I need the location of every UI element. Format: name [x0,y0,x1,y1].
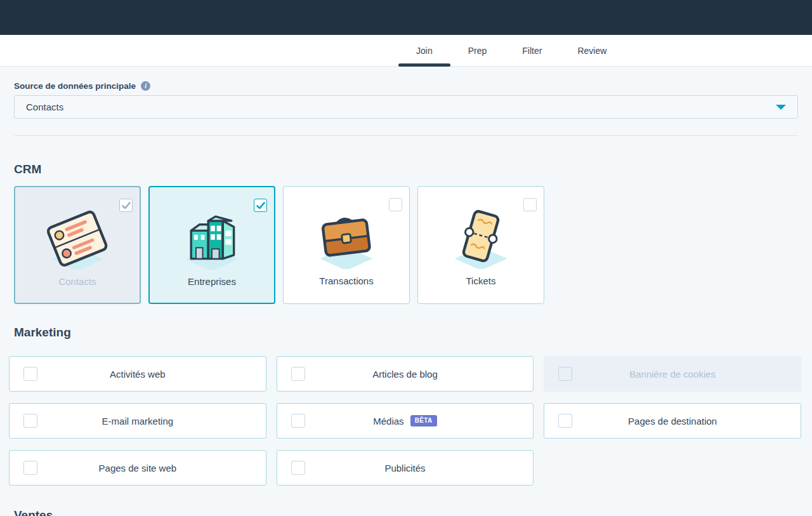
marketing-item-activites-web[interactable]: Activités web [9,356,266,392]
marketing-item-label: Articles de blog [372,369,438,380]
crm-card-entreprises[interactable]: Entreprises [148,186,275,304]
checkbox[interactable] [23,461,37,475]
marketing-item-label: E-mail marketing [102,416,174,427]
marketing-option-grid: Activités web Articles de blog Bannière … [9,356,801,486]
primary-source-label: Source de données principale [14,81,136,91]
marketing-item-articles-de-blog[interactable]: Articles de blog [277,356,534,392]
contacts-icon [41,202,114,272]
contacts-checkbox [119,199,133,212]
marketing-section-title: Marketing [14,326,798,340]
crm-card-transactions-label: Transactions [319,275,373,286]
tab-filter-label: Filter [522,46,542,56]
marketing-item-medias[interactable]: Médias BÊTA [277,403,534,439]
crm-card-tickets[interactable]: Tickets [417,186,544,304]
checkbox[interactable] [23,414,37,428]
checkbox[interactable] [291,461,305,475]
companies-icon [175,202,249,272]
marketing-item-label: Activités web [110,369,166,380]
crm-card-contacts[interactable]: Contacts [14,186,141,304]
tab-prep-label: Prep [468,46,487,56]
marketing-item-pages-de-destination[interactable]: Pages de destination [544,403,801,439]
checkbox[interactable] [558,414,572,428]
tickets-checkbox[interactable] [523,198,537,211]
primary-source-value: Contacts [26,102,63,112]
crm-card-group: Contacts [14,186,798,304]
crm-section-title: CRM [14,162,798,176]
beta-badge: BÊTA [410,415,437,427]
checkbox [558,367,572,381]
active-tab-underline [398,63,450,67]
entreprises-checkbox[interactable] [254,199,267,212]
marketing-item-pages-de-site-web[interactable]: Pages de site web [9,450,266,486]
crm-card-entreprises-label: Entreprises [188,276,236,287]
chevron-down-icon [776,105,786,110]
transactions-checkbox[interactable] [389,198,402,211]
marketing-item-email-marketing[interactable]: E-mail marketing [9,403,266,439]
tab-join[interactable]: Join [398,35,450,66]
primary-source-select[interactable]: Contacts [14,95,798,119]
marketing-item-label: Publicités [384,463,425,473]
checkbox[interactable] [23,367,37,381]
tab-review[interactable]: Review [560,35,624,66]
main-content: Source de données principale i Contacts … [0,81,812,516]
marketing-item-label: Pages de site web [99,463,177,473]
crm-card-transactions[interactable]: Transactions [283,186,410,304]
tab-filter[interactable]: Filter [504,35,560,66]
marketing-item-banniere-de-cookies: Bannière de cookies [544,356,801,392]
crm-card-tickets-label: Tickets [466,275,496,286]
step-tabs: Join Prep Filter Review [398,35,624,66]
top-navigation-bar [0,0,812,35]
ticket-icon [444,202,518,272]
marketing-item-publicites[interactable]: Publicités [277,450,534,486]
crm-card-contacts-label: Contacts [58,276,96,287]
checkbox[interactable] [291,367,305,381]
checkbox[interactable] [291,414,305,428]
step-tab-bar: Join Prep Filter Review [0,35,812,67]
tab-prep[interactable]: Prep [450,35,505,66]
briefcase-icon [310,202,383,272]
marketing-item-label: Médias [373,416,403,427]
info-icon[interactable]: i [141,81,150,91]
marketing-item-label: Bannière de cookies [629,369,716,380]
tab-review-label: Review [577,46,606,56]
ventes-section-title: Ventes [14,508,798,516]
tab-join-label: Join [416,46,433,56]
marketing-item-label: Pages de destination [628,416,717,427]
section-divider [14,135,798,136]
